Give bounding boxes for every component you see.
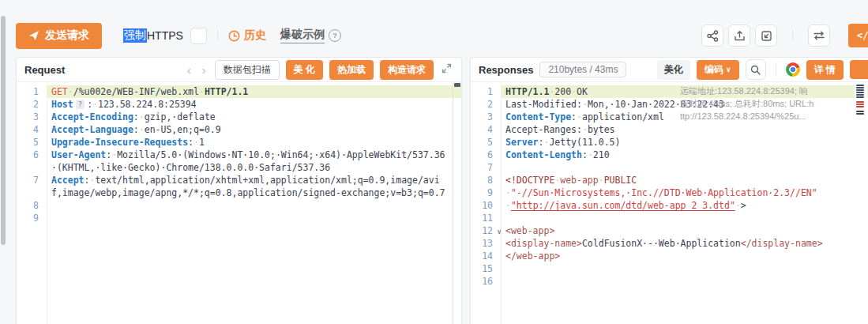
code-line-content[interactable]: Server:·Jetty(11.0.5) (501, 136, 868, 149)
line-number: 13 (471, 237, 501, 250)
code-line-content[interactable] (501, 262, 868, 275)
import-button[interactable] (755, 24, 777, 47)
request-editor[interactable]: 1GET·/%u002e/WEB-INF/web.xml·HTTP/1.12Ho… (17, 82, 461, 324)
details-button[interactable]: 详 情 (806, 60, 844, 80)
fullscreen-button[interactable] (440, 63, 453, 76)
code-line[interactable]: 4Accept-Ranges:·bytes (471, 123, 868, 136)
code-line[interactable]: 6User-Agent:·Mozilla/5.0·(Windows·NT·10.… (17, 149, 461, 174)
code-token: · (588, 149, 593, 160)
request-beautify-button[interactable]: 美 化 (286, 60, 323, 80)
history-button[interactable]: 历史 (228, 28, 266, 43)
line-number: 7 (17, 174, 47, 199)
code-line-content[interactable]: ·"-//Sun·Microsystems,·Inc.//DTD·Web·App… (501, 186, 868, 199)
code-line[interactable]: 3Accept-Encoding:·gzip,·deflate (17, 111, 461, 123)
https-toggle-checkbox[interactable] (190, 28, 207, 44)
help-icon[interactable]: ? (329, 29, 341, 42)
code-token: en-US,en;q=0.9 (145, 124, 221, 135)
code-token: : (582, 149, 588, 160)
export-button[interactable] (728, 24, 750, 47)
code-line-content[interactable]: Accept:·text/html,application/xhtml+xml,… (47, 174, 461, 199)
swap-button[interactable] (808, 24, 830, 47)
code-line-content[interactable]: </web-app> (501, 250, 868, 262)
send-request-button[interactable]: 发送请求 (16, 23, 102, 49)
code-line[interactable]: 16 (471, 275, 868, 288)
code-line[interactable]: 15 (471, 262, 868, 275)
request-scroll-indicator[interactable] (454, 83, 460, 87)
code-line[interactable]: 11 (471, 212, 868, 224)
minimap[interactable] (855, 82, 867, 324)
clipped-button[interactable] (850, 60, 868, 79)
page-scrollbar-thumb[interactable] (1, 16, 6, 245)
code-token: <!DOCTYPE (505, 175, 554, 186)
generate-button[interactable]: </> 生成 Y (848, 24, 868, 47)
code-line[interactable]: 13<display-name>ColdFusionX·-·Web·Applic… (471, 237, 868, 250)
code-line-content[interactable]: ·"http://java.sun.com/dtd/web-app_2_3.dt… (501, 199, 868, 212)
top-right-toolbar: </> 生成 Y (701, 24, 868, 47)
next-request-button[interactable]: › (200, 64, 209, 76)
code-line[interactable]: 5Server:·Jetty(11.0.5) (471, 136, 868, 149)
hot-reload-button[interactable]: 热加载 (329, 60, 374, 80)
line-number: 1 (17, 85, 47, 98)
code-line[interactable]: 9 (17, 212, 461, 224)
code-line-content[interactable]: Accept-Encoding:·gzip,·deflate (47, 111, 461, 123)
code-line-content[interactable]: Content-Length:·210 (501, 149, 868, 161)
code-line-content[interactable]: Upgrade-Insecure-Requests:·1 (47, 136, 461, 149)
annotation-line: ttp://123.58.224.8:25394/%25u... (680, 110, 852, 122)
minimap-mark (856, 106, 864, 107)
code-line-content[interactable] (501, 212, 868, 224)
line-number: 15 (471, 262, 501, 275)
prev-request-button[interactable]: ‹ (185, 64, 194, 76)
construct-request-button[interactable]: 构造请求 (380, 60, 434, 80)
code-token: · (194, 137, 199, 148)
code-line-content[interactable]: Accept-Language:·en-US,en;q=0.9 (47, 123, 461, 136)
code-line-content[interactable]: <!DOCTYPE·web-app·PUBLIC (501, 174, 868, 186)
code-line-content[interactable]: GET·/%u002e/WEB-INF/web.xml·HTTP/1.1 (47, 85, 461, 98)
search-button[interactable] (746, 59, 766, 80)
code-token: · (139, 111, 145, 122)
code-line[interactable]: 6Content-Length:·210 (471, 149, 868, 161)
code-line[interactable]: 1GET·/%u002e/WEB-INF/web.xml·HTTP/1.1 (17, 85, 461, 98)
fold-caret-icon[interactable]: ∨ (498, 225, 502, 238)
code-line-content[interactable]: Host?:·123.58.224.8:25394 (47, 98, 461, 111)
chrome-icon[interactable] (786, 62, 800, 77)
code-line-content[interactable]: User-Agent:·Mozilla/5.0·(Windows·NT·10.0… (47, 149, 461, 174)
line-number: 7 (471, 161, 501, 174)
code-line[interactable]: 2Host?:·123.58.224.8:25394 (17, 98, 461, 111)
code-line[interactable]: 4Accept-Language:·en-US,en;q=0.9 (17, 123, 461, 136)
response-editor[interactable]: 1HTTP/1.1·200·OK2Last-Modified:·Mon,·10·… (471, 82, 868, 324)
code-line[interactable]: 8 (17, 199, 461, 212)
code-line-content[interactable]: Accept-Ranges:·bytes (501, 123, 868, 136)
code-line[interactable]: 8<!DOCTYPE·web-app·PUBLIC (471, 174, 868, 186)
code-line-content[interactable] (47, 199, 461, 212)
code-token: 123.58.224.8:25394 (98, 99, 197, 110)
page-scrollbar[interactable] (0, 0, 6, 324)
minimap-mark (856, 111, 864, 112)
code-token: : (133, 111, 139, 122)
line-number: 5 (17, 136, 47, 149)
code-line[interactable]: 9·"-//Sun·Microsystems,·Inc.//DTD·Web·Ap… (471, 186, 868, 199)
code-line-content[interactable]: <display-name>ColdFusionX·-·Web·Applicat… (501, 237, 868, 250)
response-beautify-button[interactable]: 美化 (657, 60, 690, 80)
code-token: Last-Modified: (505, 99, 582, 110)
blast-example-link[interactable]: 爆破示例 ? (280, 28, 341, 43)
code-line[interactable]: 7Accept:·text/html,application/xhtml+xml… (17, 174, 461, 199)
force-label: 强制 (123, 28, 147, 43)
code-line-content[interactable] (47, 212, 461, 224)
code-line-content[interactable] (501, 161, 868, 174)
code-line[interactable]: 7 (471, 161, 868, 174)
code-line[interactable]: 10·"http://java.sun.com/dtd/web-app_2_3.… (471, 199, 868, 212)
encode-label: 编码 (705, 63, 723, 77)
code-line[interactable]: 5Upgrade-Insecure-Requests:·1 (17, 136, 461, 149)
code-line[interactable]: 12∨<web-app> (471, 224, 868, 237)
code-line-content[interactable]: <web-app> (501, 224, 868, 237)
packet-scan-button[interactable]: 数据包扫描 (215, 60, 280, 80)
share-button[interactable] (701, 24, 723, 47)
code-token: OK (577, 86, 588, 97)
code-line[interactable]: 14</web-app> (471, 250, 868, 262)
code-line-content[interactable] (501, 275, 868, 288)
encode-dropdown-button[interactable]: 编码 ∨ (697, 60, 739, 80)
request-panel-header: Request ‹ › 数据包扫描 美 化 热加载 构造请求 (17, 58, 461, 82)
code-token: · (199, 86, 205, 97)
line-number: 11 (471, 212, 501, 224)
code-icon: </> (857, 30, 868, 41)
